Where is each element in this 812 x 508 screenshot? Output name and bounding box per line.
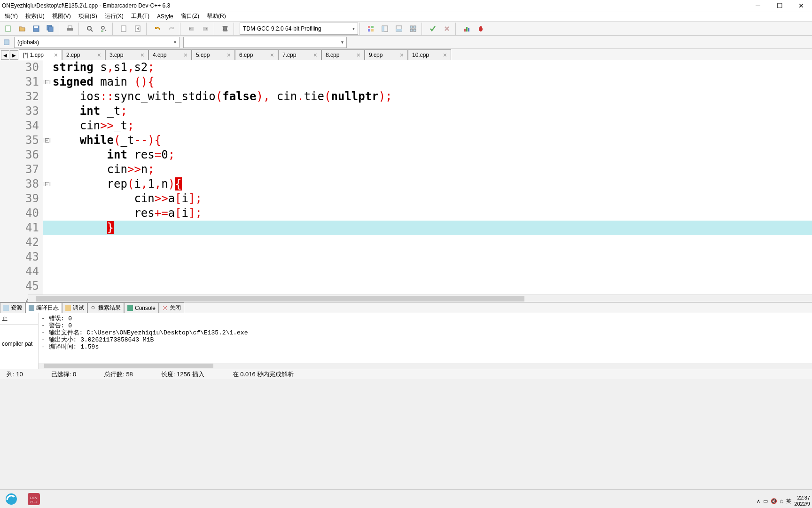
file-tab-8[interactable]: 8.cpp× <box>321 49 365 60</box>
tray-clock[interactable]: 22:37 2022/9 <box>794 495 810 507</box>
open-icon[interactable] <box>16 23 29 35</box>
tab-debug[interactable]: 调试 <box>62 302 87 313</box>
tray-ime[interactable]: 英 <box>786 498 791 505</box>
svg-rect-2 <box>34 26 38 28</box>
close-icon[interactable]: × <box>180 51 187 59</box>
close-button[interactable]: ✕ <box>790 0 812 11</box>
svg-rect-30 <box>468 28 469 32</box>
goto-bookmark-icon[interactable] <box>131 23 144 35</box>
compiler-select[interactable]: TDM-GCC 9.2.0 64-bit Profiling <box>240 23 358 35</box>
back-icon[interactable] <box>185 23 198 35</box>
log-line: - 输出文件名: C:\Users\ONEyezhiqiu\Desktop\cf… <box>41 329 809 336</box>
find-icon[interactable] <box>83 23 96 35</box>
forward-icon[interactable] <box>199 23 212 35</box>
profile-icon[interactable] <box>460 23 473 35</box>
tab-compile-log[interactable]: 编译日志 <box>25 302 62 313</box>
close-icon[interactable]: × <box>396 51 404 59</box>
file-tab-4[interactable]: 4.cpp× <box>148 49 192 60</box>
menu-view[interactable]: 视图(V) <box>48 11 75 21</box>
menu-help[interactable]: 帮助(R) <box>203 11 230 21</box>
tab-next-button[interactable]: ▶ <box>10 50 18 60</box>
tray-volume-icon[interactable]: 🔇 <box>771 498 777 504</box>
file-tab-10[interactable]: 10.cpp× <box>408 49 451 60</box>
menu-tools[interactable]: 工具(T) <box>127 11 153 21</box>
svg-rect-35 <box>29 305 34 311</box>
scope-bar: (globals) <box>0 36 812 49</box>
edge-icon[interactable] <box>1 491 22 508</box>
file-tab-5[interactable]: 5.cpp× <box>192 49 235 60</box>
svg-rect-23 <box>396 29 402 32</box>
menu-project[interactable]: 项目(S) <box>75 11 101 21</box>
maximize-button[interactable]: ☐ <box>769 0 790 11</box>
svg-point-9 <box>102 26 104 29</box>
file-tab-9[interactable]: 9.cpp× <box>365 49 408 60</box>
replace-icon[interactable] <box>97 23 110 35</box>
code-editor[interactable]: 30string s,s1,s2;31−signed main (){32 io… <box>0 60 812 302</box>
editor-horizontal-scrollbar[interactable] <box>28 294 812 302</box>
close-icon[interactable]: × <box>266 51 274 59</box>
menu-window[interactable]: 窗口(Z) <box>177 11 203 21</box>
close-icon[interactable]: × <box>94 51 101 59</box>
tab-resources[interactable]: 资源 <box>0 302 25 313</box>
devcpp-icon[interactable]: DEVC++ <box>23 491 44 508</box>
scope-select-members[interactable] <box>183 37 347 48</box>
undo-icon[interactable] <box>151 23 164 35</box>
print-icon[interactable] <box>63 23 77 35</box>
svg-point-7 <box>87 26 91 30</box>
file-tab-7[interactable]: 7.cpp× <box>278 49 321 60</box>
close-icon[interactable]: × <box>223 51 231 59</box>
menu-edit[interactable]: 辑(Y) <box>1 11 22 21</box>
close-icon[interactable]: × <box>137 51 144 59</box>
new-file-icon[interactable] <box>1 23 15 35</box>
stop-button[interactable]: 止 <box>2 315 8 323</box>
close-icon[interactable]: × <box>353 51 360 59</box>
file-tab-1[interactable]: [*] 1.cpp× <box>19 49 62 60</box>
menu-run[interactable]: 运行(X) <box>101 11 127 21</box>
file-tab-2[interactable]: 2.cpp× <box>62 49 105 60</box>
debug-icon[interactable] <box>474 23 487 35</box>
compile-log[interactable]: - 错误: 0 - 警告: 0 - 输出文件名: C:\Users\ONEyez… <box>39 313 812 369</box>
panel1-icon[interactable] <box>378 23 391 35</box>
save-all-icon[interactable] <box>44 23 57 35</box>
status-selection: 已选择: 0 <box>51 370 76 379</box>
close-icon[interactable]: × <box>439 51 447 59</box>
close-icon[interactable]: × <box>50 51 58 59</box>
svg-rect-0 <box>6 26 10 32</box>
tray-chevron-up-icon[interactable]: ∧ <box>757 498 760 504</box>
scope-select-globals[interactable]: (globals) <box>14 37 180 48</box>
close-icon[interactable]: × <box>310 51 317 59</box>
compile-icon[interactable] <box>219 23 232 35</box>
log-line: - 错误: 0 <box>41 315 809 322</box>
log-horizontal-scrollbar[interactable] <box>39 363 812 369</box>
tray-wifi-icon[interactable]: ⎌ <box>780 498 783 504</box>
log-line: - 编译时间: 1.59s <box>41 343 809 350</box>
status-column: 列: 10 <box>7 370 23 379</box>
menu-search[interactable]: 搜索(U) <box>22 11 48 21</box>
file-tab-6[interactable]: 6.cpp× <box>235 49 278 60</box>
svg-rect-36 <box>65 305 71 311</box>
svg-rect-11 <box>122 27 125 27</box>
tab-close[interactable]: 关闭 <box>159 302 184 313</box>
svg-rect-4 <box>48 27 53 32</box>
svg-rect-6 <box>68 26 72 28</box>
tray-battery-icon[interactable]: ▭ <box>763 498 768 504</box>
compile-run-icon[interactable] <box>364 23 377 35</box>
menu-astyle[interactable]: AStyle <box>153 12 177 21</box>
toggle-bookmark-icon[interactable] <box>117 23 130 35</box>
redo-icon[interactable] <box>165 23 178 35</box>
cancel-icon[interactable] <box>440 23 453 35</box>
panel3-icon[interactable] <box>406 23 420 35</box>
save-icon[interactable] <box>30 23 43 35</box>
file-tab-3[interactable]: 3.cpp× <box>105 49 148 60</box>
svg-rect-27 <box>414 29 416 32</box>
scope-goto-icon[interactable] <box>1 37 12 48</box>
tab-console[interactable]: Console <box>124 302 159 313</box>
tab-search-results[interactable]: 搜索结果 <box>87 302 124 313</box>
svg-point-37 <box>92 306 94 309</box>
panel2-icon[interactable] <box>392 23 406 35</box>
svg-rect-21 <box>382 26 384 32</box>
tab-prev-button[interactable]: ◀ <box>1 50 9 60</box>
minimize-button[interactable]: ─ <box>747 0 769 11</box>
title-bar: ONEyezhiqiu\Desktop\cf\E135.2\1.cpp - Em… <box>0 0 812 11</box>
check-icon[interactable] <box>426 23 439 35</box>
